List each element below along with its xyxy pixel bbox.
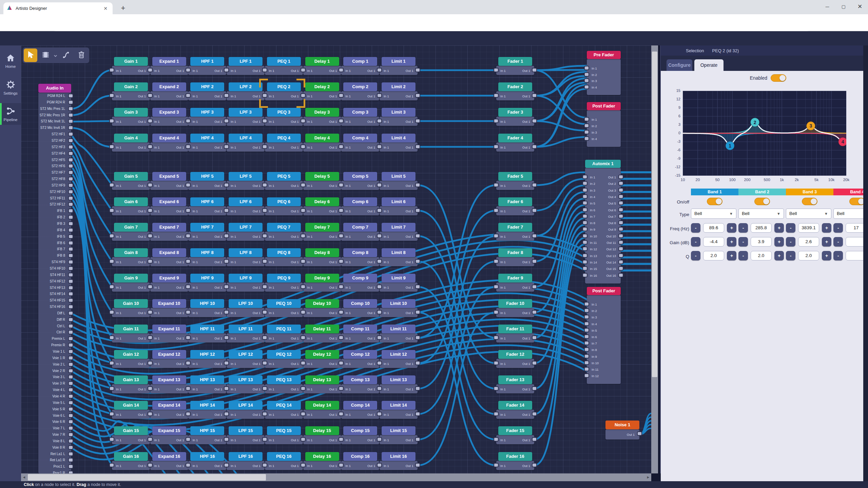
audio-in-channel-port[interactable] [68,241,73,245]
node-peq-16-in-port[interactable] [262,463,267,467]
node-hpf-9-body[interactable]: In 1Out 1 [188,282,226,292]
node-lpf-12-body[interactable]: In 1Out 1 [227,359,265,368]
band-4-q-value[interactable] [846,251,863,260]
band-3-freq-value[interactable]: 3839.1 [798,223,819,233]
node-limit-6[interactable]: Limit 6 [382,197,416,206]
node-post-fader-1-in-port[interactable] [584,117,589,121]
node-gain-1[interactable]: Gain 1 [114,57,148,66]
band-4-freq-decrement-button[interactable]: - [833,223,843,233]
connect-tool-button[interactable] [60,48,73,62]
node-delay-7[interactable]: Delay 7 [305,223,339,232]
node-gain-8-body[interactable]: In 1Out 1 [112,257,150,266]
band-4-onoff-toggle[interactable] [849,198,863,205]
node-expand-11[interactable]: Expand 11 [152,325,186,333]
tab-close-icon[interactable]: ✕ [102,5,109,12]
node-delay-9-in-port[interactable] [301,285,306,289]
node-gain-16-body[interactable]: In 1Out 1 [112,461,150,470]
node-fader-8[interactable]: Fader 8 [498,248,532,257]
tab-configure[interactable]: Configure [667,59,692,71]
audio-in-channel-port[interactable] [68,413,73,418]
node-gain-14-in-port[interactable] [109,412,114,416]
band-3-freq-decrement-button[interactable]: - [786,223,795,233]
band-2-q-decrement-button[interactable]: - [738,251,748,260]
band-2-onoff-toggle[interactable] [754,198,770,205]
node-delay-14[interactable]: Delay 14 [305,401,339,410]
node-fader-15[interactable]: Fader 15 [498,426,532,435]
node-gain-3-in-port[interactable] [109,119,114,123]
audio-in-channel-port[interactable] [68,292,73,296]
node-limit-14-body[interactable]: In 1Out 1 [380,410,418,419]
node-expand-6-body[interactable]: In 1Out 1 [150,206,188,215]
node-gain-1-in-port[interactable] [109,68,114,72]
node-automix-1-in-port[interactable] [582,240,587,245]
node-comp-4-body[interactable]: In 1Out 1 [341,142,379,152]
node-delay-2-in-port[interactable] [301,93,306,98]
audio-in-channel-port[interactable] [68,362,73,367]
node-expand-6[interactable]: Expand 6 [152,197,186,206]
node-peq-3-body[interactable]: In 1Out 1 [265,117,303,126]
node-delay-15-body[interactable]: In 1Out 1 [303,435,341,444]
node-gain-2-body[interactable]: In 1Out 1 [112,91,150,100]
node-peq-13-in-port[interactable] [262,386,267,391]
node-lpf-14-body[interactable]: In 1Out 1 [227,410,265,419]
band-2-gain-value[interactable]: 3.9 [751,237,772,247]
node-comp-6-body[interactable]: In 1Out 1 [341,206,379,215]
node-expand-15[interactable]: Expand 15 [152,426,186,435]
node-peq-13-body[interactable]: In 1Out 1 [265,384,303,393]
node-fader-7-body[interactable]: In 1Out 1 [496,232,534,241]
band-4-gain-decrement-button[interactable]: - [833,237,843,247]
node-limit-7-in-port[interactable] [377,234,382,238]
node-limit-2[interactable]: Limit 2 [382,82,416,91]
node-comp-15-body[interactable]: In 1Out 1 [341,435,379,444]
node-automix-1-out-port[interactable] [618,247,623,251]
node-comp-6-in-port[interactable] [339,208,344,213]
node-delay-16-body[interactable]: In 1Out 1 [303,461,341,470]
node-peq-1[interactable]: PEQ 1 [267,57,301,66]
node-gain-14[interactable]: Gain 14 [114,401,148,410]
node-lpf-1[interactable]: LPF 1 [229,57,263,66]
node-limit-10-body[interactable]: In 1Out 1 [380,308,418,317]
node-hpf-3-body[interactable]: In 1Out 1 [188,117,226,126]
band-2-type-select[interactable]: Bell▼ [738,209,784,219]
node-comp-11-in-port[interactable] [339,335,344,340]
node-limit-12-out-port[interactable] [415,361,420,365]
node-limit-5[interactable]: Limit 5 [382,172,416,181]
node-pre-fader[interactable]: Pre Fader [587,51,621,59]
band-tab-1[interactable]: Band 1 [691,189,738,195]
audio-in-channel-port[interactable] [68,273,73,277]
node-hpf-13-in-port[interactable] [186,386,191,391]
band-tab-4[interactable]: Band 4 [833,189,863,195]
node-peq-7-in-port[interactable] [262,234,267,238]
node-peq-8-in-port[interactable] [262,259,267,263]
node-comp-1-in-port[interactable] [339,68,344,72]
node-fader-6-body[interactable]: In 1Out 1 [496,206,534,215]
node-fader-14[interactable]: Fader 14 [498,401,532,410]
node-fader-4-in-port[interactable] [494,144,499,149]
node-gain-13-in-port[interactable] [109,386,114,391]
node-peq-5-body[interactable]: In 1Out 1 [265,181,303,190]
node-peq-5-in-port[interactable] [262,183,267,187]
node-noise-1[interactable]: Noise 1 [605,421,639,429]
node-fader-4-body[interactable]: In 1Out 1 [496,142,534,152]
node-delay-12-body[interactable]: In 1Out 1 [303,359,341,368]
node-hpf-5[interactable]: HPF 5 [190,172,224,181]
node-post-fader-2-in-port[interactable] [584,334,589,339]
node-limit-16-in-port[interactable] [377,463,382,467]
node-peq-15-body[interactable]: In 1Out 1 [265,435,303,444]
node-post-fader-1-body[interactable]: In 1In 2In 3In 4 [587,110,621,147]
node-hpf-14[interactable]: HPF 14 [190,401,224,410]
node-hpf-15[interactable]: HPF 15 [190,426,224,435]
band-2-q-value[interactable]: 2.0 [751,251,772,260]
node-hpf-7[interactable]: HPF 7 [190,223,224,232]
node-comp-12-in-port[interactable] [339,361,344,365]
node-comp-8-in-port[interactable] [339,259,344,263]
node-limit-15[interactable]: Limit 15 [382,426,416,435]
node-comp-5-body[interactable]: In 1Out 1 [341,181,379,190]
node-peq-14-in-port[interactable] [262,412,267,416]
node-delay-5-body[interactable]: In 1Out 1 [303,181,341,190]
node-fader-8-in-port[interactable] [494,259,499,263]
node-peq-16[interactable]: PEQ 16 [267,452,301,461]
node-lpf-9[interactable]: LPF 9 [229,274,263,282]
node-expand-10-body[interactable]: In 1Out 1 [150,308,188,317]
node-gain-7-body[interactable]: In 1Out 1 [112,232,150,241]
